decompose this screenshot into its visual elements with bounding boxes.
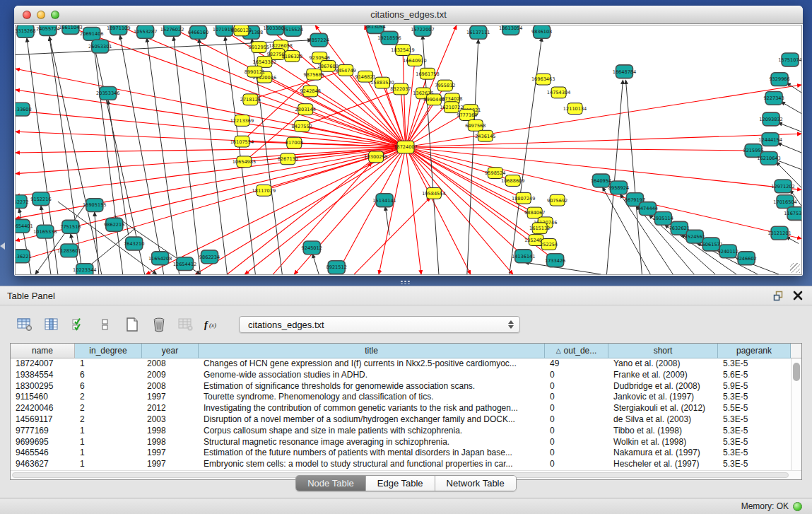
table-cell[interactable]: 5.3E-5 — [718, 392, 803, 403]
split-pane-divider-grip[interactable] — [400, 280, 411, 284]
graph-edge[interactable] — [777, 143, 801, 153]
graph-edge[interactable] — [336, 147, 406, 274]
table-cell[interactable]: 5.3E-5 — [718, 358, 803, 370]
new-column-icon[interactable] — [122, 315, 143, 334]
table-cell[interactable]: 2008 — [142, 381, 199, 392]
column-header-year[interactable]: year — [142, 344, 199, 358]
network-table-selector[interactable]: citations_edges.txt — [239, 316, 520, 333]
column-header-name[interactable]: name — [11, 344, 75, 358]
table-cell[interactable]: Structural magnetic resonance image aver… — [199, 437, 545, 448]
graph-edge[interactable] — [16, 147, 406, 196]
table-cell[interactable]: 2008 — [142, 358, 199, 370]
scrollbar-thumb[interactable] — [793, 363, 800, 381]
column-header-pagerank[interactable]: pagerank — [718, 344, 791, 358]
graph-edge[interactable] — [199, 39, 228, 274]
table-cell[interactable]: 2 — [75, 414, 142, 426]
graph-edge[interactable] — [787, 83, 801, 93]
table-cell[interactable]: 5.3E-5 — [718, 459, 803, 470]
table-row[interactable]: 2242004622012Investigating the contribut… — [11, 403, 801, 414]
graph-edge[interactable] — [49, 37, 102, 274]
table-cell[interactable]: 1 — [75, 448, 142, 459]
network-canvas[interactable]: 3315268240557241661104320691406189711091… — [16, 25, 801, 274]
table-cell[interactable]: 1998 — [142, 437, 199, 448]
table-cell[interactable]: Genome-wide association studies in ADHD. — [199, 370, 545, 381]
graph-edge[interactable] — [16, 147, 406, 174]
table-cell[interactable]: 2 — [75, 392, 142, 403]
panel-collapse-arrow[interactable] — [0, 243, 5, 250]
table-cell[interactable]: 5.3E-5 — [718, 437, 803, 448]
close-panel-icon[interactable] — [791, 288, 805, 303]
table-cell[interactable]: Changes of HCN gene expression and I(f) … — [199, 358, 545, 370]
graph-edge[interactable] — [625, 80, 642, 274]
function-builder-icon[interactable]: f(x) — [202, 315, 223, 334]
column-header-short[interactable]: short — [608, 344, 718, 358]
table-mode-icon[interactable] — [14, 315, 35, 334]
table-cell[interactable]: 0 — [545, 381, 608, 392]
table-cell[interactable]: Estimation of significance thresholds fo… — [199, 381, 545, 392]
table-cell[interactable]: 5.3E-5 — [718, 414, 803, 426]
table-cell[interactable]: de Silva et al. (2003) — [608, 414, 718, 426]
table-cell[interactable]: Tourette syndrome. Phenomenology and cla… — [199, 392, 545, 403]
column-header-in-degree[interactable]: in_degree — [75, 344, 142, 358]
graph-edge[interactable] — [385, 206, 389, 235]
table-cell[interactable]: Embryonic stem cells: a model to study s… — [199, 459, 545, 470]
table-row[interactable]: 977716911998Corpus callosum shape and si… — [11, 426, 801, 437]
table-cell[interactable]: 9115460 — [11, 392, 75, 403]
table-cell[interactable]: Yano et al. (2008) — [608, 358, 718, 370]
graph-edge[interactable] — [406, 134, 801, 147]
graph-edge[interactable] — [312, 254, 319, 274]
table-row[interactable]: 969969511998Structural magnetic resonanc… — [11, 437, 801, 448]
table-cell[interactable]: Stergiakouli et al. (2012) — [608, 403, 718, 414]
row-height-icon[interactable] — [95, 315, 116, 334]
table-cell[interactable]: 22420046 — [11, 403, 75, 414]
table-cell[interactable]: 2009 — [142, 370, 199, 381]
graph-edge[interactable] — [406, 147, 753, 151]
table-cell[interactable]: Estimation of the future numbers of pati… — [199, 448, 545, 459]
table-cell[interactable]: 1 — [75, 426, 142, 437]
graph-edge[interactable] — [19, 209, 31, 274]
graph-edge[interactable] — [778, 122, 801, 132]
column-header-title[interactable]: title — [199, 344, 545, 358]
table-cell[interactable]: 0 — [545, 426, 608, 437]
table-cell[interactable]: 0 — [545, 414, 608, 426]
table-row[interactable]: 1830029562008Estimation of significance … — [11, 381, 801, 392]
table-cell[interactable]: 1997 — [142, 392, 199, 403]
table-cell[interactable]: Disruption of a novel member of a sodium… — [199, 414, 545, 426]
graph-edge[interactable] — [227, 157, 376, 274]
table-cell[interactable]: Franke et al. (2009) — [608, 370, 718, 381]
table-cell[interactable]: 5.9E-5 — [718, 381, 803, 392]
graph-edge[interactable] — [406, 147, 421, 274]
tab-node-table[interactable]: Node Table — [296, 476, 366, 491]
graph-edge[interactable] — [379, 147, 406, 274]
table-cell[interactable]: Dudbridge et al. (2008) — [608, 381, 718, 392]
table-cell[interactable]: 49 — [545, 358, 608, 370]
window-resize-grip[interactable] — [790, 263, 800, 273]
table-cell[interactable]: 9699695 — [11, 437, 75, 448]
table-cell[interactable]: 0 — [545, 448, 608, 459]
table-cell[interactable]: Wolkin et al. (1998) — [608, 437, 718, 448]
table-cell[interactable]: 5.3E-5 — [718, 426, 803, 437]
table-cell[interactable]: 2 — [75, 403, 142, 414]
table-cell[interactable]: 1997 — [142, 448, 199, 459]
table-cell[interactable]: 2003 — [142, 414, 199, 426]
table-row[interactable]: 1938455462009Genome-wide association stu… — [11, 370, 801, 381]
table-cell[interactable]: 6 — [75, 370, 142, 381]
table-cell[interactable]: Hescheler et al. (1997) — [608, 459, 718, 470]
graph-edge[interactable] — [406, 147, 471, 274]
table-cell[interactable]: 0 — [545, 370, 608, 381]
table-cell[interactable]: 5.5E-5 — [718, 403, 803, 414]
graph-edge[interactable] — [310, 91, 406, 147]
float-panel-icon[interactable] — [771, 288, 785, 303]
table-cell[interactable]: 18300295 — [11, 381, 75, 392]
table-cell[interactable]: Nakamura et al. (1997) — [608, 448, 718, 459]
table-row[interactable]: 946362711997Embryonic stem cells: a mode… — [11, 459, 801, 470]
table-cell[interactable]: 5.6E-5 — [718, 370, 803, 381]
table-cell[interactable]: Investigating the contribution of common… — [199, 403, 545, 414]
graph-edge[interactable] — [406, 147, 513, 274]
table-row[interactable]: 1872400712008Changes of HCN gene express… — [11, 358, 801, 370]
show-columns-icon[interactable] — [41, 315, 62, 334]
table-cell[interactable]: Tibbo et al. (1998) — [608, 426, 718, 437]
table-cell[interactable]: 1997 — [142, 459, 199, 470]
graph-edge[interactable] — [294, 147, 406, 274]
table-row[interactable]: 911546021997Tourette syndrome. Phenomeno… — [11, 392, 801, 403]
